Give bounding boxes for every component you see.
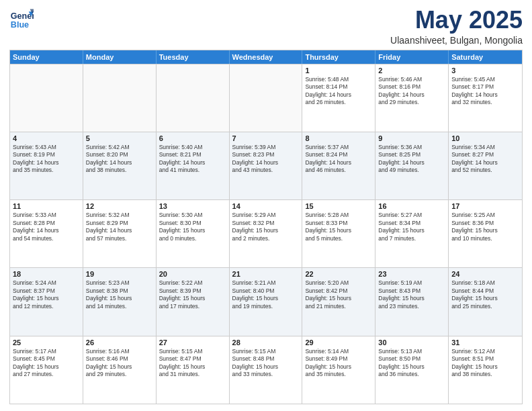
calendar-empty-cell <box>230 64 303 132</box>
day-info: Sunrise: 5:46 AM Sunset: 8:16 PM Dayligh… <box>378 76 445 107</box>
day-number: 16 <box>378 202 445 210</box>
day-info: Sunrise: 5:20 AM Sunset: 8:42 PM Dayligh… <box>305 279 372 310</box>
calendar-day-cell: 28Sunrise: 5:15 AM Sunset: 8:48 PM Dayli… <box>230 336 303 404</box>
day-info: Sunrise: 5:15 AM Sunset: 8:48 PM Dayligh… <box>232 348 300 379</box>
day-number: 19 <box>86 270 153 278</box>
day-info: Sunrise: 5:28 AM Sunset: 8:33 PM Dayligh… <box>305 212 372 242</box>
day-info: Sunrise: 5:34 AM Sunset: 8:27 PM Dayligh… <box>451 144 519 175</box>
calendar-day-cell: 31Sunrise: 5:12 AM Sunset: 8:51 PM Dayli… <box>449 336 522 404</box>
calendar-day-cell: 14Sunrise: 5:29 AM Sunset: 8:32 PM Dayli… <box>230 200 303 267</box>
day-info: Sunrise: 5:12 AM Sunset: 8:51 PM Dayligh… <box>451 348 519 379</box>
day-info: Sunrise: 5:25 AM Sunset: 8:36 PM Dayligh… <box>451 212 519 242</box>
day-info: Sunrise: 5:32 AM Sunset: 8:29 PM Dayligh… <box>86 212 153 242</box>
day-number: 30 <box>378 338 445 347</box>
day-number: 17 <box>451 202 519 210</box>
calendar-day-cell: 2Sunrise: 5:46 AM Sunset: 8:16 PM Daylig… <box>375 64 449 132</box>
day-info: Sunrise: 5:40 AM Sunset: 8:21 PM Dayligh… <box>159 144 226 175</box>
day-number: 18 <box>13 270 80 278</box>
day-info: Sunrise: 5:16 AM Sunset: 8:46 PM Dayligh… <box>86 348 153 379</box>
day-info: Sunrise: 5:30 AM Sunset: 8:30 PM Dayligh… <box>159 212 226 242</box>
day-number: 27 <box>159 338 226 347</box>
day-number: 26 <box>86 338 153 347</box>
day-number: 5 <box>86 134 153 142</box>
title-block: May 2025 Ulaanshiveet, Bulgan, Mongolia <box>390 7 523 46</box>
day-info: Sunrise: 5:42 AM Sunset: 8:20 PM Dayligh… <box>86 144 153 175</box>
day-number: 29 <box>305 338 372 347</box>
day-number: 13 <box>159 202 226 210</box>
calendar-day-cell: 16Sunrise: 5:27 AM Sunset: 8:34 PM Dayli… <box>375 200 449 267</box>
day-number: 4 <box>13 134 80 142</box>
day-number: 12 <box>86 202 153 210</box>
day-info: Sunrise: 5:17 AM Sunset: 8:45 PM Dayligh… <box>13 348 80 379</box>
calendar-day-cell: 9Sunrise: 5:36 AM Sunset: 8:25 PM Daylig… <box>375 132 449 199</box>
day-info: Sunrise: 5:14 AM Sunset: 8:49 PM Dayligh… <box>305 348 372 379</box>
day-number: 9 <box>378 134 445 142</box>
calendar-day-cell: 18Sunrise: 5:24 AM Sunset: 8:37 PM Dayli… <box>10 268 83 335</box>
calendar: SundayMondayTuesdayWednesdayThursdayFrid… <box>9 50 523 404</box>
subtitle: Ulaanshiveet, Bulgan, Mongolia <box>390 35 523 46</box>
calendar-day-cell: 21Sunrise: 5:21 AM Sunset: 8:40 PM Dayli… <box>230 268 303 335</box>
cal-header-day: Thursday <box>302 50 375 64</box>
calendar-day-cell: 29Sunrise: 5:14 AM Sunset: 8:49 PM Dayli… <box>302 336 375 404</box>
calendar-day-cell: 6Sunrise: 5:40 AM Sunset: 8:21 PM Daylig… <box>157 132 230 199</box>
calendar-row: 1Sunrise: 5:48 AM Sunset: 8:14 PM Daylig… <box>10 64 522 132</box>
day-number: 23 <box>378 270 445 278</box>
svg-text:Blue: Blue <box>11 20 29 30</box>
calendar-day-cell: 22Sunrise: 5:20 AM Sunset: 8:42 PM Dayli… <box>302 268 375 335</box>
calendar-body: 1Sunrise: 5:48 AM Sunset: 8:14 PM Daylig… <box>10 64 522 404</box>
day-info: Sunrise: 5:36 AM Sunset: 8:25 PM Dayligh… <box>378 144 445 175</box>
calendar-day-cell: 24Sunrise: 5:18 AM Sunset: 8:44 PM Dayli… <box>449 268 522 335</box>
calendar-day-cell: 4Sunrise: 5:43 AM Sunset: 8:19 PM Daylig… <box>10 132 83 199</box>
day-number: 28 <box>232 338 300 347</box>
logo-icon: General Blue <box>9 7 34 31</box>
day-number: 25 <box>13 338 80 347</box>
day-number: 8 <box>305 134 372 142</box>
calendar-row: 18Sunrise: 5:24 AM Sunset: 8:37 PM Dayli… <box>10 267 522 335</box>
day-info: Sunrise: 5:13 AM Sunset: 8:50 PM Dayligh… <box>378 348 445 379</box>
day-number: 10 <box>451 134 519 142</box>
calendar-day-cell: 7Sunrise: 5:39 AM Sunset: 8:23 PM Daylig… <box>230 132 303 199</box>
day-info: Sunrise: 5:48 AM Sunset: 8:14 PM Dayligh… <box>305 76 372 107</box>
day-number: 1 <box>305 66 372 75</box>
day-number: 31 <box>451 338 519 347</box>
day-info: Sunrise: 5:27 AM Sunset: 8:34 PM Dayligh… <box>378 212 445 242</box>
day-number: 2 <box>378 66 445 75</box>
day-number: 3 <box>451 66 519 75</box>
calendar-empty-cell <box>10 64 83 132</box>
calendar-empty-cell <box>157 64 230 132</box>
calendar-day-cell: 23Sunrise: 5:19 AM Sunset: 8:43 PM Dayli… <box>375 268 449 335</box>
calendar-header: SundayMondayTuesdayWednesdayThursdayFrid… <box>10 50 522 64</box>
calendar-day-cell: 20Sunrise: 5:22 AM Sunset: 8:39 PM Dayli… <box>157 268 230 335</box>
calendar-day-cell: 19Sunrise: 5:23 AM Sunset: 8:38 PM Dayli… <box>83 268 157 335</box>
calendar-day-cell: 25Sunrise: 5:17 AM Sunset: 8:45 PM Dayli… <box>10 336 83 404</box>
day-number: 20 <box>159 270 226 278</box>
calendar-day-cell: 13Sunrise: 5:30 AM Sunset: 8:30 PM Dayli… <box>157 200 230 267</box>
day-info: Sunrise: 5:15 AM Sunset: 8:47 PM Dayligh… <box>159 348 226 379</box>
calendar-day-cell: 1Sunrise: 5:48 AM Sunset: 8:14 PM Daylig… <box>302 64 375 132</box>
day-number: 6 <box>159 134 226 142</box>
day-info: Sunrise: 5:33 AM Sunset: 8:28 PM Dayligh… <box>13 212 80 242</box>
page: General Blue May 2025 Ulaanshiveet, Bulg… <box>0 0 532 411</box>
day-number: 22 <box>305 270 372 278</box>
cal-header-day: Monday <box>83 50 157 64</box>
day-info: Sunrise: 5:23 AM Sunset: 8:38 PM Dayligh… <box>86 279 153 310</box>
calendar-day-cell: 26Sunrise: 5:16 AM Sunset: 8:46 PM Dayli… <box>83 336 157 404</box>
day-info: Sunrise: 5:18 AM Sunset: 8:44 PM Dayligh… <box>451 279 519 310</box>
calendar-day-cell: 11Sunrise: 5:33 AM Sunset: 8:28 PM Dayli… <box>10 200 83 267</box>
calendar-day-cell: 3Sunrise: 5:45 AM Sunset: 8:17 PM Daylig… <box>449 64 522 132</box>
calendar-day-cell: 5Sunrise: 5:42 AM Sunset: 8:20 PM Daylig… <box>83 132 157 199</box>
main-title: May 2025 <box>390 7 523 34</box>
calendar-row: 4Sunrise: 5:43 AM Sunset: 8:19 PM Daylig… <box>10 132 522 199</box>
day-info: Sunrise: 5:43 AM Sunset: 8:19 PM Dayligh… <box>13 144 80 175</box>
calendar-day-cell: 30Sunrise: 5:13 AM Sunset: 8:50 PM Dayli… <box>375 336 449 404</box>
cal-header-day: Friday <box>375 50 449 64</box>
day-info: Sunrise: 5:45 AM Sunset: 8:17 PM Dayligh… <box>451 76 519 107</box>
calendar-row: 25Sunrise: 5:17 AM Sunset: 8:45 PM Dayli… <box>10 336 522 404</box>
cal-header-day: Wednesday <box>230 50 303 64</box>
day-number: 14 <box>232 202 300 210</box>
calendar-day-cell: 17Sunrise: 5:25 AM Sunset: 8:36 PM Dayli… <box>449 200 522 267</box>
calendar-row: 11Sunrise: 5:33 AM Sunset: 8:28 PM Dayli… <box>10 199 522 267</box>
day-info: Sunrise: 5:24 AM Sunset: 8:37 PM Dayligh… <box>13 279 80 310</box>
calendar-day-cell: 15Sunrise: 5:28 AM Sunset: 8:33 PM Dayli… <box>302 200 375 267</box>
day-number: 24 <box>451 270 519 278</box>
